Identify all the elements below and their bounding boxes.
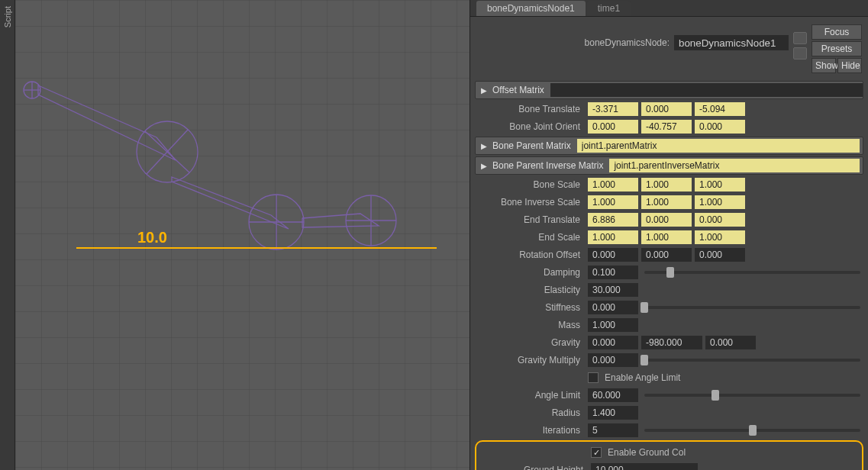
end-scale-row: End Scale: [475, 229, 863, 246]
angle-limit-slider[interactable]: [644, 394, 860, 397]
bone-joint-orient-y[interactable]: [641, 120, 692, 134]
iterations-label: Iterations: [475, 425, 585, 436]
bone-joint-orient-x[interactable]: [588, 120, 638, 134]
iterations-row: Iterations: [475, 422, 863, 439]
bone-joint-orient-z[interactable]: [695, 120, 745, 134]
enable-angle-limit-row: Enable Angle Limit: [475, 369, 863, 386]
chevron-right-icon: ▶: [476, 86, 492, 95]
stiffness-field[interactable]: [588, 301, 638, 314]
bone-inverse-scale-label: Bone Inverse Scale: [475, 197, 585, 208]
node-header: boneDynamicsNode: Focus Presets Show Hid…: [470, 17, 868, 78]
bone-joint-orient-row: Bone Joint Orient: [475, 118, 863, 135]
bone-scale-z[interactable]: [695, 178, 745, 192]
enable-angle-limit-checkbox[interactable]: [588, 372, 599, 383]
elasticity-field[interactable]: [588, 283, 638, 297]
enable-ground-col-checkbox[interactable]: ✓: [591, 447, 602, 458]
gravity-z[interactable]: [705, 336, 756, 349]
focus-button[interactable]: Focus: [812, 24, 862, 40]
hide-button[interactable]: Hide: [837, 58, 862, 73]
angle-limit-row: Angle Limit: [475, 387, 863, 404]
offset-matrix-section[interactable]: ▶ Offset Matrix: [475, 81, 863, 99]
iterations-slider[interactable]: [644, 429, 860, 432]
gravity-row: Gravity: [475, 334, 863, 351]
end-scale-label: End Scale: [475, 232, 585, 243]
gravity-y[interactable]: [641, 336, 702, 349]
attribute-list: ▶ Offset Matrix Bone Translate Bone Join…: [470, 78, 868, 470]
script-side-tab-label: Script: [3, 6, 12, 27]
gravity-x[interactable]: [588, 336, 638, 349]
gravity-multiply-label: Gravity Multiply: [475, 355, 585, 365]
damping-field[interactable]: [588, 266, 638, 279]
enable-ground-col-row: ✓ Enable Ground Col: [478, 444, 860, 461]
node-name-input[interactable]: [674, 35, 789, 50]
ground-height-row: Ground Height: [478, 462, 860, 470]
show-button[interactable]: Show: [812, 58, 836, 73]
enable-angle-limit-label: Enable Angle Limit: [605, 372, 680, 383]
radius-field[interactable]: [588, 406, 638, 420]
viewport-3d[interactable]: 10.0: [15, 0, 469, 470]
offset-matrix-field[interactable]: [550, 83, 863, 97]
bone-parent-inverse-matrix-field[interactable]: [609, 159, 860, 172]
elasticity-row: Elasticity: [475, 282, 863, 298]
tab-bonedynamicsnode1[interactable]: boneDynamicsNode1: [476, 1, 586, 16]
bone-translate-x[interactable]: [588, 102, 638, 116]
node-tabs: boneDynamicsNode1 time1: [470, 0, 868, 17]
tab-time1[interactable]: time1: [587, 1, 631, 16]
bone-translate-y[interactable]: [641, 102, 692, 116]
ground-line-overlay: [76, 247, 437, 249]
end-translate-x[interactable]: [588, 213, 638, 227]
end-translate-y[interactable]: [641, 213, 692, 227]
script-side-tab[interactable]: Script: [0, 0, 15, 470]
input-connections-icon[interactable]: [793, 32, 807, 44]
output-connections-icon[interactable]: [793, 47, 807, 60]
bone-parent-matrix-section[interactable]: ▶ Bone Parent Matrix: [475, 137, 863, 155]
mass-label: Mass: [475, 320, 585, 330]
bone-translate-z[interactable]: [695, 102, 745, 116]
bone-inverse-scale-row: Bone Inverse Scale: [475, 194, 863, 211]
bone-translate-row: Bone Translate: [475, 101, 863, 118]
damping-slider[interactable]: [644, 271, 860, 274]
bone-translate-label: Bone Translate: [475, 104, 585, 114]
gravity-multiply-slider[interactable]: [644, 359, 860, 362]
gravity-multiply-field[interactable]: [588, 353, 638, 367]
end-translate-label: End Translate: [475, 214, 585, 225]
elasticity-label: Elasticity: [475, 285, 585, 295]
offset-matrix-label: Offset Matrix: [492, 85, 550, 95]
bone-parent-inverse-matrix-section[interactable]: ▶ Bone Parent Inverse Matrix: [475, 156, 863, 175]
rotation-offset-label: Rotation Offset: [475, 249, 585, 260]
ground-height-field[interactable]: [591, 463, 698, 470]
bone-inverse-scale-y[interactable]: [641, 195, 692, 209]
stiffness-slider[interactable]: [644, 306, 860, 309]
rotation-offset-x[interactable]: [588, 248, 638, 262]
bone-inverse-scale-x[interactable]: [588, 195, 638, 209]
header-io-icons: [793, 32, 807, 60]
chevron-right-icon: ▶: [476, 162, 492, 170]
end-translate-z[interactable]: [695, 213, 745, 227]
gravity-label: Gravity: [475, 337, 585, 348]
bone-scale-y[interactable]: [641, 178, 692, 192]
node-type-label: boneDynamicsNode:: [585, 37, 670, 48]
bone-parent-matrix-field[interactable]: [577, 139, 860, 153]
radius-row: Radius: [475, 404, 863, 421]
bone-inverse-scale-z[interactable]: [695, 195, 745, 209]
radius-label: Radius: [475, 407, 585, 418]
stiffness-row: Stiffness: [475, 299, 863, 316]
svg-rect-1: [15, 0, 469, 470]
rotation-offset-z[interactable]: [695, 248, 745, 262]
mass-field[interactable]: [588, 318, 638, 332]
ground-height-annotation: 10.0: [137, 229, 167, 246]
bone-scale-x[interactable]: [588, 178, 638, 192]
attribute-editor-panel: boneDynamicsNode1 time1 boneDynamicsNode…: [469, 0, 868, 470]
presets-button[interactable]: Presets: [812, 41, 862, 56]
end-scale-y[interactable]: [641, 230, 692, 244]
end-translate-row: End Translate: [475, 211, 863, 228]
bone-parent-matrix-label: Bone Parent Matrix: [492, 140, 577, 151]
iterations-field[interactable]: [588, 423, 638, 437]
damping-label: Damping: [475, 267, 585, 278]
bone-joint-orient-label: Bone Joint Orient: [475, 121, 585, 132]
rotation-offset-y[interactable]: [641, 248, 692, 262]
end-scale-z[interactable]: [695, 230, 745, 244]
end-scale-x[interactable]: [588, 230, 638, 244]
angle-limit-field[interactable]: [588, 388, 638, 402]
stiffness-label: Stiffness: [475, 302, 585, 313]
